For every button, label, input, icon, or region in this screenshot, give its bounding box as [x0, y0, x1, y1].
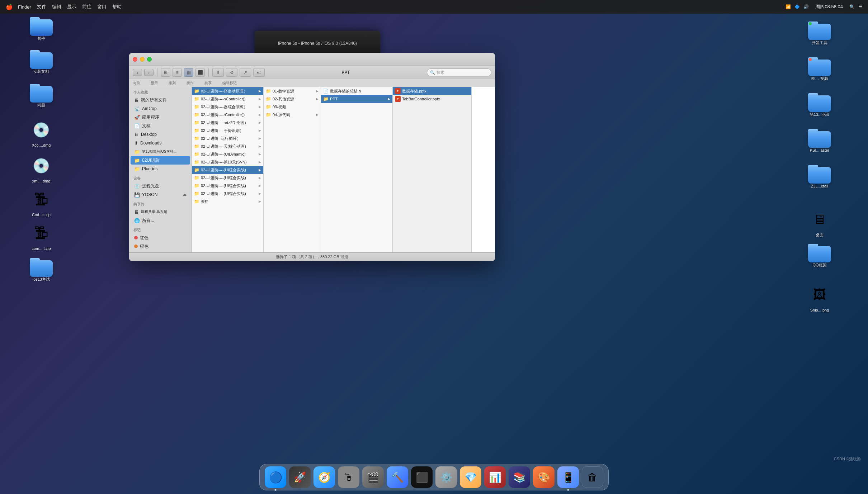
sidebar-item-all-files[interactable]: 🖥 我的所有文件 [131, 96, 190, 104]
menu-edit[interactable]: 编辑 [52, 4, 61, 10]
menu-view[interactable]: 显示 [67, 4, 76, 10]
file-item-ppt-folder[interactable]: 📁 PPT ▶ [321, 95, 392, 103]
menu-finder[interactable]: Finder [18, 4, 31, 10]
desktop-icon-ksi[interactable]: KSI....aster [803, 129, 836, 153]
file-item-selected[interactable]: 📁 02-UI进阶----(UI综合实战) ▶ [192, 166, 263, 174]
file-item[interactable]: 📁 02-UI进阶----nController)) ▶ [192, 95, 263, 103]
menu-go[interactable]: 前往 [82, 4, 91, 10]
dock-item-xcode[interactable]: 🔨 [387, 466, 408, 488]
file-item[interactable]: 📁 02-UI进阶----天(核心动画) ▶ [192, 142, 263, 150]
sidebar-item-applications[interactable]: 🚀 应用程序 [131, 113, 190, 122]
file-arrow: ▶ [259, 144, 261, 148]
file-item[interactable]: 📁 03-视频 [264, 103, 321, 111]
view-icon-btn[interactable]: ⊞ [161, 68, 170, 77]
view-list-btn[interactable]: ≡ [173, 68, 182, 77]
dock-item-simulator[interactable]: 📱 [557, 466, 579, 488]
desktop-icon-zjl[interactable]: ZJL...etail [803, 165, 836, 189]
dock-item-dash[interactable]: 📚 [509, 466, 530, 488]
notification-icon[interactable]: ☰ [858, 4, 862, 9]
dock-item-trash[interactable]: 🗑 [582, 466, 603, 488]
sidebar-item-tag-red[interactable]: 红色 [131, 233, 190, 242]
menu-file[interactable]: 文件 [37, 4, 46, 10]
file-item[interactable]: 📁 02-UI进阶----(UI综合实战) ▶ [192, 190, 263, 198]
folder-icon-15: 📁 [194, 199, 199, 204]
desktop-icon-qq[interactable]: QQ框架 [803, 244, 836, 267]
fullscreen-button[interactable] [147, 57, 152, 62]
dock-item-photobooth[interactable]: 🎬 [362, 466, 384, 488]
dock-item-safari[interactable]: 🧭 [313, 466, 335, 488]
sidebar-item-course-share[interactable]: 🖥 课程共享-马方超 [131, 208, 190, 216]
action-btn[interactable]: ⚙ [226, 68, 237, 77]
sidebar-item-tag-orange[interactable]: 橙色 [131, 242, 190, 251]
file-item[interactable]: 📁 02-UI进阶----rController)) ▶ [192, 111, 263, 119]
eject-icon[interactable]: ⏏ [183, 193, 187, 197]
file-item[interactable]: 📁 02-UI进阶----序启动原理） ▶ [192, 87, 263, 95]
sidebar-item-all-shared[interactable]: 🌐 所有... [131, 216, 190, 225]
file-item[interactable]: 📁 02-UI进阶----手势识别） ▶ [192, 127, 263, 134]
forward-button[interactable]: › [144, 69, 154, 76]
desktop-icon-devtools[interactable]: 开发工具 [803, 22, 836, 45]
desktop-icon-question[interactable]: 问题 [25, 84, 57, 108]
file-item-tabbar-pptx[interactable]: P TabBarController.pptx [393, 95, 471, 103]
sidebar-item-yoson[interactable]: 💾 YOSON ⏏ [131, 190, 190, 199]
dock-item-mouse[interactable]: 🖱 [338, 466, 359, 488]
file-item[interactable]: 📁 02-UI进阶----第10天(SVN) ▶ [192, 158, 263, 166]
desktop-icon-xmi[interactable]: 💿 xmi....dmg [25, 154, 57, 184]
desktop-icon-video[interactable]: 未…-视频 [803, 57, 836, 81]
back-button[interactable]: ‹ [133, 69, 142, 76]
apple-menu[interactable]: 🍎 [6, 4, 13, 10]
file-item[interactable]: 📁 02-其他资源 ▶ [264, 95, 321, 103]
sidebar-item-downloads[interactable]: ⬇ Downloads [131, 139, 190, 147]
file-item-data-storage-pptx[interactable]: P 数据存储.pptx [393, 87, 471, 95]
file-item[interactable]: 📁 02-UI进阶----(UIDynamic) ▶ [192, 150, 263, 158]
desktop-icon-xco[interactable]: 💿 Xco....dmg [25, 118, 57, 148]
dock-item-retina[interactable]: 🎨 [533, 466, 555, 488]
file-item[interactable]: 📁 02-UI进阶- 运行循环） ▶ [192, 134, 263, 142]
sidebar-item-02ui-label: 02UI进阶 [142, 157, 160, 163]
dock-item-powerpoint[interactable]: 📊 [484, 466, 506, 488]
file-item[interactable]: 📁 01-教学资源 ▶ [264, 87, 321, 95]
file-item[interactable]: 📁 02-UI进阶----artz2D 绘图） ▶ [192, 119, 263, 127]
desktop-icon-snip[interactable]: 🖼 Snip....png [803, 283, 836, 313]
menu-help[interactable]: 帮助 [112, 4, 122, 10]
search-icon[interactable]: 🔍 [849, 4, 855, 9]
dock-item-settings[interactable]: ⚙️ [435, 466, 457, 488]
file-item[interactable]: 📁 资料 ▶ [192, 198, 263, 205]
desktop-icon-pause[interactable]: 暂停 [25, 17, 57, 41]
trash-icon: 🗑 [588, 471, 598, 483]
file-item[interactable]: 📁 02-UI进阶----器综合演练） ▶ [192, 103, 263, 111]
share-btn[interactable]: ↗ [240, 68, 251, 77]
file-item[interactable]: 📁 04-源代码 ▶ [264, 111, 321, 119]
sidebar-item-documents[interactable]: 📄 文稿 [131, 122, 190, 130]
close-button[interactable] [133, 57, 137, 62]
desktop-icon-install[interactable]: 安装文档 [25, 50, 57, 74]
desktop-icon-cod[interactable]: 🗜 Cod...s.zip [25, 188, 57, 217]
desktop-icon-ios13[interactable]: ios13考试 [25, 258, 57, 282]
dock-item-terminal[interactable]: ⬛ [411, 466, 433, 488]
sidebar-item-02ui[interactable]: 📁 02UI进阶 [131, 156, 190, 165]
dock-item-launchpad[interactable]: 🚀 [289, 466, 311, 488]
file-item-h[interactable]: 📄 数据存储的总结.h [321, 87, 392, 95]
desktop-icon-com[interactable]: 🗜 com....t.zip [25, 222, 57, 251]
sidebar-item-airdrop[interactable]: 📡 AirDrop [131, 104, 190, 113]
sidebar-item-plugins[interactable]: 📁 Plug-ins [131, 165, 190, 173]
menu-window[interactable]: 窗口 [97, 4, 107, 10]
sidebar-item-period13[interactable]: 📁 第13期黑马iOS学科... [131, 147, 190, 156]
iphone-simulator-window[interactable]: iPhone 6s - iPhone 6s / iOS 9.0 (13A340) [255, 31, 380, 56]
view-column-btn[interactable]: ▦ [184, 68, 193, 77]
search-box[interactable]: 🔍 搜索 [427, 68, 491, 76]
file-item[interactable]: 📁 02-UI进阶----(UI综合实战) ▶ [192, 182, 263, 190]
sidebar-item-desktop[interactable]: 🖥 Desktop [131, 130, 190, 139]
folder-icon-9: 📁 [194, 152, 199, 157]
view-coverflow-btn[interactable]: ⬛ [195, 68, 205, 77]
file-item[interactable]: 📁 02-UI进阶----(UI综合实战) ▶ [192, 174, 263, 182]
desktop-icon-desk[interactable]: 🖥 桌面 [803, 208, 836, 237]
minimize-button[interactable] [140, 57, 145, 62]
desktop-icon-period[interactable]: 第13...业班 [803, 93, 836, 117]
sidebar-item-remote-disk[interactable]: 💿 远程光盘 [131, 182, 190, 190]
tag-btn[interactable]: 🏷 [253, 68, 265, 77]
arrange-btn[interactable]: ⬇ [212, 68, 224, 77]
menubar-right: 📶 🔷 🔊 周四08:58:04 🔍 ☰ [786, 4, 862, 10]
dock-item-sketch[interactable]: 💎 [460, 466, 481, 488]
dock-item-finder[interactable]: 🔵 [265, 466, 286, 488]
